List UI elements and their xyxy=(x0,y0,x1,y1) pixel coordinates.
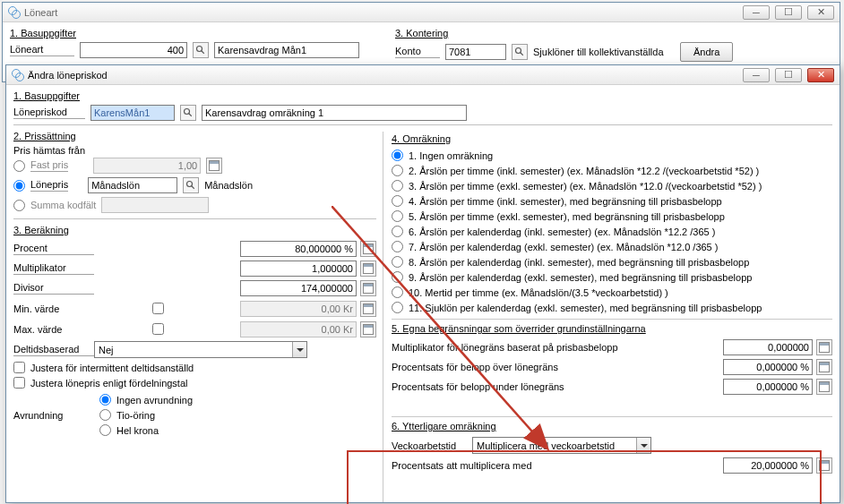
lonepriskod-input[interactable] xyxy=(90,105,175,121)
svg-line-5 xyxy=(189,114,192,116)
omrakning-5-radio[interactable]: 5. Årslön per timme (exkl. semester), me… xyxy=(392,210,832,222)
omrakning-7-radio[interactable]: 7. Årslön per kalenderdag (exkl. semeste… xyxy=(392,241,832,252)
justera-fordelningstal-checkbox[interactable] xyxy=(13,377,25,389)
divisor-input[interactable] xyxy=(240,280,357,296)
calculator-icon[interactable] xyxy=(816,457,832,474)
calculator-icon[interactable] xyxy=(360,301,376,317)
lonepris-radio[interactable]: Lönepris Månadslön xyxy=(13,177,376,193)
close-button[interactable]: ✕ xyxy=(807,68,834,82)
avrundning-ingen-radio[interactable]: Ingen avrundning xyxy=(99,394,193,406)
min-label: Min. värde xyxy=(13,303,78,314)
chevron-down-icon xyxy=(636,438,650,453)
avrundning-tiooring-radio[interactable]: Tio-öring xyxy=(99,409,193,421)
andra-lonepriskod-window: Ändra lönepriskod ─ ☐ ✕ 1. Basuppgifter … xyxy=(5,64,840,503)
deltid-label: Deltidsbaserad xyxy=(13,344,94,356)
veckoarbetstid-label: Veckoarbetstid xyxy=(392,440,472,451)
omrakning-10-radio[interactable]: 10. Mertid per timme (ex. Månadslön/(3.5… xyxy=(392,286,832,298)
eg1-input[interactable] xyxy=(723,339,813,355)
procent-label: Procent xyxy=(13,243,94,255)
svg-line-1 xyxy=(202,51,204,54)
dialog-title: Ändra lönepriskod xyxy=(28,70,108,81)
titlebar-loneart[interactable]: Löneart ─ ☐ ✕ xyxy=(3,3,840,22)
lonepriskod-desc-input[interactable] xyxy=(202,105,467,121)
multiplikator-label: Multiplikator xyxy=(13,262,94,275)
omrakning-6-radio[interactable]: 6. Årslön per kalenderdag (inkl. semeste… xyxy=(392,226,832,237)
lonepris-input[interactable] xyxy=(88,177,177,193)
app-icon xyxy=(8,6,21,19)
eg3-input[interactable] xyxy=(723,379,813,395)
avrundning-label: Avrundning xyxy=(13,410,94,421)
deltid-select[interactable]: Nej xyxy=(94,341,307,358)
fastpris-radio[interactable]: Fast pris xyxy=(13,158,376,174)
minimize-button[interactable]: ─ xyxy=(743,5,770,20)
section-1-title: 1. Basuppgifter xyxy=(13,90,832,101)
justera-intermittent-checkbox[interactable] xyxy=(13,362,25,373)
close-button[interactable]: ✕ xyxy=(807,5,834,20)
calculator-icon[interactable] xyxy=(360,280,376,296)
procentsats-label: Procentsats att multiplicera med xyxy=(392,460,723,471)
procentsats-input[interactable] xyxy=(723,457,813,474)
calculator-icon[interactable] xyxy=(816,339,832,355)
calculator-icon[interactable] xyxy=(360,261,376,277)
app-icon xyxy=(12,69,24,81)
svg-line-7 xyxy=(192,186,194,189)
calculator-icon[interactable] xyxy=(816,359,832,375)
section-5-title: 5. Egna begränsningar som överrider grun… xyxy=(392,319,832,334)
konto-label: Konto xyxy=(395,46,440,58)
multiplikator-input[interactable] xyxy=(240,261,357,277)
search-icon[interactable] xyxy=(180,105,196,121)
svg-line-3 xyxy=(521,53,523,56)
omrakning-4-radio[interactable]: 4. Årslön per timme (inkl. semester), me… xyxy=(392,195,832,207)
maximize-button[interactable]: ☐ xyxy=(775,5,802,20)
andra-button[interactable]: Ändra xyxy=(680,42,733,62)
titlebar-dialog[interactable]: Ändra lönepriskod ─ ☐ ✕ xyxy=(6,65,840,85)
search-icon[interactable] xyxy=(193,42,209,58)
section-2-title: 2. Prissättning xyxy=(13,131,376,141)
calculator-icon[interactable] xyxy=(360,241,376,257)
omrakning-11-radio[interactable]: 11. Sjuklön per kalenderdag (exkl. semes… xyxy=(392,302,832,313)
loneart-label: Löneart xyxy=(10,44,74,56)
eg1-label: Multiplikator för lönegräns baserat på p… xyxy=(392,342,723,353)
svg-point-4 xyxy=(185,109,190,115)
chevron-down-icon xyxy=(292,342,306,357)
section-3-title: 3. Beräkning xyxy=(13,225,376,235)
fastpris-input xyxy=(93,158,201,174)
section-4-title: 4. Omräkning xyxy=(392,133,832,144)
konto-desc: Sjuklöner till kollektivanställda xyxy=(533,47,675,57)
omrakning-8-radio[interactable]: 8. Årslön per kalenderdag (inkl. semeste… xyxy=(392,256,832,268)
search-icon[interactable] xyxy=(183,177,199,193)
max-label: Max. värde xyxy=(13,324,78,335)
procent-input[interactable] xyxy=(240,241,357,257)
calculator-icon[interactable] xyxy=(816,379,832,395)
section-6-title: 6. Ytterligare omräkning xyxy=(392,416,832,431)
section-3-title: 3. Kontering xyxy=(395,28,832,38)
konto-input[interactable] xyxy=(445,44,506,60)
window-title: Löneart xyxy=(24,7,57,18)
eg3-label: Procentsats för belopp under lönegräns xyxy=(392,381,723,392)
svg-point-0 xyxy=(197,47,202,52)
lonepris-desc: Månadslön xyxy=(204,180,253,191)
svg-point-6 xyxy=(187,182,193,187)
loneart-input[interactable] xyxy=(80,42,187,58)
search-icon[interactable] xyxy=(512,44,528,60)
maximize-button[interactable]: ☐ xyxy=(775,68,802,82)
summa-kodfalt-radio[interactable]: Summa kodfält xyxy=(13,197,376,213)
max-checkbox[interactable] xyxy=(152,323,164,335)
omrakning-2-radio[interactable]: 2. Årslön per timme (inkl. semester) (ex… xyxy=(392,165,832,176)
omrakning-9-radio[interactable]: 9. Årslön per kalenderdag (exkl. semeste… xyxy=(392,271,832,283)
lonepriskod-label: Lönepriskod xyxy=(13,107,85,119)
svg-point-2 xyxy=(516,48,521,54)
avrundning-helkrona-radio[interactable]: Hel krona xyxy=(99,424,193,436)
loneart-desc-input[interactable] xyxy=(214,42,359,58)
veckoarbetstid-select[interactable]: Multiplicera med veckoarbetstid xyxy=(472,437,651,454)
calculator-icon[interactable] xyxy=(360,321,376,337)
min-checkbox[interactable] xyxy=(152,303,164,314)
eg2-input[interactable] xyxy=(723,359,813,375)
divisor-label: Divisor xyxy=(13,282,94,295)
minimize-button[interactable]: ─ xyxy=(743,68,770,82)
calculator-icon[interactable] xyxy=(206,158,222,174)
min-input xyxy=(240,301,357,317)
omrakning-1-radio[interactable]: 1. Ingen omräkning xyxy=(392,149,832,161)
max-input xyxy=(240,321,357,337)
omrakning-3-radio[interactable]: 3. Årslön per timme (exkl. semester) (ex… xyxy=(392,180,832,192)
